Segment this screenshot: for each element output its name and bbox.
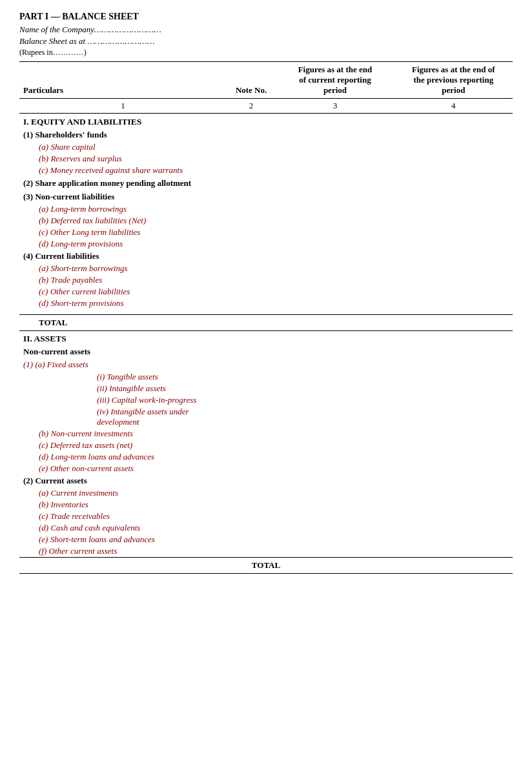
col-num-2: 2 [227, 99, 276, 114]
deferred-tax-assets-label: (c) Deferred tax assets (net) [19, 440, 227, 451]
current-liabilities-label: (4) Current liabilities [19, 250, 513, 263]
tangible-assets-row: (i) Tangible assets [19, 371, 513, 383]
header-note-no: Note No. [227, 62, 276, 99]
non-current-investments-label: (b) Non-current investments [19, 428, 227, 440]
non-current-assets-header-row: Non-current assets [19, 345, 513, 358]
deferred-tax-liabilities-row: (b) Deferred tax liabilities (Net) [19, 215, 513, 227]
other-non-current-row: (e) Other non-current assets [19, 463, 513, 474]
balance-sheet-date-line: Balance Sheet as at ……………………… [19, 36, 513, 46]
current-investments-label: (a) Current investments [19, 487, 227, 499]
reserves-surplus-row: (b) Reserves and surplus [19, 153, 513, 165]
long-term-provisions-label: (d) Long-term provisions [19, 238, 227, 250]
non-current-investments-row: (b) Non-current investments [19, 428, 513, 440]
current-assets-label: (2) Current assets [19, 474, 513, 487]
short-term-loans-label: (e) Short-term loans and advances [19, 534, 227, 545]
total-row: TOTAL [19, 314, 513, 330]
fixed-assets-label: (1) (a) Fixed assets [19, 358, 513, 371]
total-label: TOTAL [19, 314, 227, 330]
short-term-borrowings-label: (a) Short-term borrowings [19, 263, 227, 274]
assets-header-label: II. ASSETS [19, 330, 513, 345]
current-liabilities-row: (4) Current liabilities [19, 250, 513, 263]
other-current-assets-row: (f) Other current assets [19, 545, 513, 558]
header-previous-period: Figures as at the end of the previous re… [394, 62, 513, 99]
trade-payables-label: (b) Trade payables [19, 274, 227, 286]
col-num-4: 4 [394, 99, 513, 114]
long-term-provisions-row: (d) Long-term provisions [19, 238, 513, 250]
long-term-loans-label: (d) Long-term loans and advances [19, 451, 227, 463]
long-term-borrowings-label: (a) Long-term borrowings [19, 203, 227, 215]
other-long-term-row: (c) Other Long term liabilities [19, 227, 513, 238]
header-current-period: Figures as at the end of current reporti… [276, 62, 394, 99]
other-long-term-label: (c) Other Long term liabilities [19, 227, 227, 238]
other-current-assets-label: (f) Other current assets [19, 545, 227, 558]
trade-receivables-row: (c) Trade receivables [19, 511, 513, 522]
intangible-assets-row: (ii) Intangible assets [19, 383, 513, 394]
non-current-liabilities-label: (3) Non-current liabilities [19, 190, 513, 203]
page-title: PART I — BALANCE SHEET [19, 12, 513, 22]
assets-header-row: II. ASSETS [19, 330, 513, 345]
column-number-row: 1 2 3 4 [19, 99, 513, 114]
col-num-3: 3 [276, 99, 394, 114]
short-term-borrowings-row: (a) Short-term borrowings [19, 263, 513, 274]
fixed-assets-row: (1) (a) Fixed assets [19, 358, 513, 371]
long-term-borrowings-row: (a) Long-term borrowings [19, 203, 513, 215]
cash-equivalents-row: (d) Cash and cash equivalents [19, 522, 513, 534]
long-term-loans-row: (d) Long-term loans and advances [19, 451, 513, 463]
tangible-assets-label: (i) Tangible assets [19, 371, 227, 383]
non-current-liabilities-row: (3) Non-current liabilities [19, 190, 513, 203]
capital-wip-row: (iii) Capital work-in-progress [19, 394, 513, 406]
trade-payables-row: (b) Trade payables [19, 274, 513, 286]
other-current-liabilities-row: (c) Other current liabilities [19, 286, 513, 298]
deferred-tax-assets-row: (c) Deferred tax assets (net) [19, 440, 513, 451]
other-current-liabilities-label: (c) Other current liabilities [19, 286, 227, 298]
table-header-row: Particulars Note No. Figures as at the e… [19, 62, 513, 99]
trade-receivables-label: (c) Trade receivables [19, 511, 227, 522]
company-name-line: Name of the Company……………………… [19, 25, 513, 35]
other-non-current-label: (e) Other non-current assets [19, 463, 227, 474]
current-assets-row: (2) Current assets [19, 474, 513, 487]
current-investments-row: (a) Current investments [19, 487, 513, 499]
cash-equivalents-label: (d) Cash and cash equivalents [19, 522, 227, 534]
header-particulars: Particulars [19, 62, 227, 99]
money-received-row: (c) Money received against share warrant… [19, 165, 513, 176]
inventories-label: (b) Inventories [19, 499, 227, 511]
gap-row-1 [19, 309, 513, 314]
short-term-provisions-row: (d) Short-term provisions [19, 298, 513, 309]
intangible-assets-label: (ii) Intangible assets [19, 383, 227, 394]
share-capital-row: (a) Share capital [19, 141, 513, 153]
final-total-label: TOTAL [19, 557, 513, 573]
intangible-under-dev-label: (iv) Intangible assets under development [19, 406, 227, 428]
shareholders-funds-label: (1) Shareholders' funds [19, 128, 513, 141]
final-total-row: TOTAL [19, 557, 513, 573]
share-application-label: (2) Share application money pending allo… [19, 176, 513, 190]
non-current-assets-header-label: Non-current assets [19, 345, 513, 358]
shareholders-funds-row: (1) Shareholders' funds [19, 128, 513, 141]
share-application-row: (2) Share application money pending allo… [19, 176, 513, 190]
capital-wip-label: (iii) Capital work-in-progress [19, 394, 227, 406]
col-num-1: 1 [19, 99, 227, 114]
equity-liabilities-header: I. EQUITY AND LIABILITIES [19, 114, 513, 129]
share-capital-label: (a) Share capital [19, 141, 227, 153]
rupees-line: (Rupees in…………) [19, 48, 513, 57]
money-received-label: (c) Money received against share warrant… [19, 165, 227, 176]
inventories-row: (b) Inventories [19, 499, 513, 511]
reserves-surplus-label: (b) Reserves and surplus [19, 153, 227, 165]
short-term-loans-row: (e) Short-term loans and advances [19, 534, 513, 545]
section-equity-liabilities: I. EQUITY AND LIABILITIES [19, 114, 513, 129]
short-term-provisions-label: (d) Short-term provisions [19, 298, 227, 309]
deferred-tax-liabilities-label: (b) Deferred tax liabilities (Net) [19, 215, 227, 227]
intangible-under-dev-row: (iv) Intangible assets under development [19, 406, 513, 428]
